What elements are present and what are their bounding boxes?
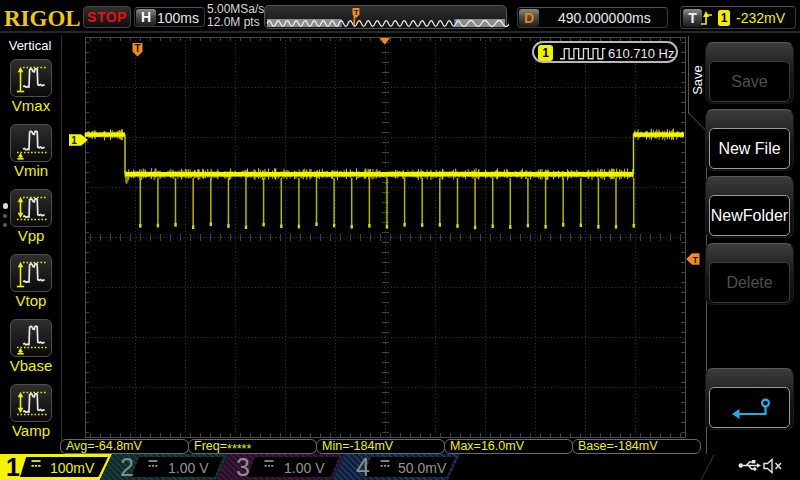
svg-text:T: T (692, 255, 698, 265)
svg-text:T: T (354, 8, 359, 17)
svg-text:1: 1 (71, 135, 77, 146)
svg-text:T: T (135, 43, 141, 54)
